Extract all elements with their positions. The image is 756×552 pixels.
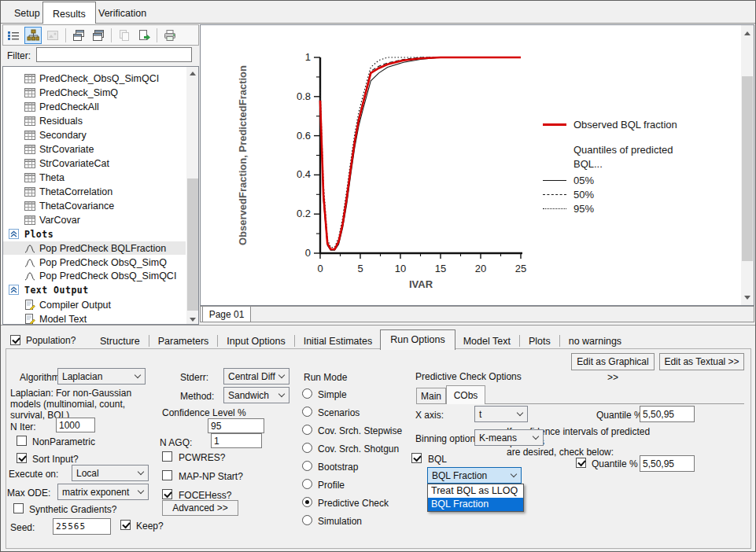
algorithm-select[interactable]: Laplacian xyxy=(57,368,146,385)
tree-item[interactable]: ThetaCorrelation xyxy=(3,185,186,198)
view-tree-button[interactable] xyxy=(24,27,42,44)
pcwres-checkbox[interactable] xyxy=(162,451,172,462)
quantile-ci-input[interactable] xyxy=(640,455,695,472)
radio-scenarios-label: Scenarios xyxy=(318,407,360,418)
radio-predictive-check[interactable] xyxy=(302,497,312,507)
stderr-label: Stderr: xyxy=(180,372,208,383)
view-list-button[interactable] xyxy=(5,27,22,44)
print-button[interactable] xyxy=(161,27,179,44)
tree-item[interactable]: Theta xyxy=(3,171,186,184)
tree-item[interactable]: Compiler Output xyxy=(3,298,186,311)
copy-button[interactable] xyxy=(116,27,133,44)
edit-as-textual-button[interactable]: Edit as Textual >> xyxy=(659,353,744,370)
radio-bootstrap[interactable] xyxy=(302,461,312,471)
tree-item[interactable]: StrCovariate xyxy=(3,142,186,156)
tab-model-text[interactable]: Model Text xyxy=(455,333,518,350)
page-tab[interactable]: Page 01 xyxy=(202,307,251,322)
tree-item[interactable]: Model Text xyxy=(3,312,186,325)
predictive-check-options-title: Predictive Check Options xyxy=(415,371,522,382)
image-view-button[interactable] xyxy=(44,27,61,44)
scroll-down-button[interactable] xyxy=(741,291,754,304)
filter-label: Filter: xyxy=(7,50,31,61)
bql-checkbox[interactable] xyxy=(411,453,422,463)
tab-initial-estimates[interactable]: Initial Estimates xyxy=(296,333,381,350)
sort-input-checkbox[interactable] xyxy=(17,453,27,463)
quantile-ci-checkbox[interactable] xyxy=(576,458,586,468)
table-icon xyxy=(24,131,35,140)
tab-plots[interactable]: Plots xyxy=(521,333,559,350)
tile-windows-button[interactable] xyxy=(90,27,107,44)
pc-tab-cobs[interactable]: CObs xyxy=(446,385,485,404)
tree-item-selected[interactable]: Pop PredCheck BQLFraction xyxy=(3,241,186,255)
tree-scrollbar[interactable] xyxy=(186,67,199,325)
document-icon xyxy=(24,300,35,310)
n-iter-input[interactable] xyxy=(56,418,95,432)
nonparametric-checkbox[interactable] xyxy=(17,436,27,446)
table-icon xyxy=(24,145,35,154)
x-axis-select[interactable]: t xyxy=(474,406,528,422)
pc-tab-main[interactable]: Main xyxy=(416,388,446,403)
radio-simulation[interactable] xyxy=(302,515,312,525)
tree-item[interactable]: Secondary xyxy=(3,128,186,142)
execute-on-select[interactable]: Local xyxy=(72,465,149,481)
keep-checkbox[interactable] xyxy=(120,520,131,530)
tree-item[interactable]: Pop PredCheck ObsQ_SimQCI xyxy=(3,269,186,282)
method-select[interactable]: Sandwich xyxy=(223,387,289,403)
toolbar-separator xyxy=(157,28,157,42)
bql-mode-select[interactable]: BQL Fraction xyxy=(427,467,522,484)
focehess-checkbox[interactable] xyxy=(162,489,172,499)
collapse-icon[interactable] xyxy=(9,285,19,295)
scroll-up-button[interactable] xyxy=(741,27,754,39)
stderr-select[interactable]: Central Diff xyxy=(223,368,289,385)
tab-run-options[interactable]: Run Options xyxy=(380,329,455,350)
binning-option-select[interactable]: K-means xyxy=(474,429,544,446)
filter-input[interactable] xyxy=(36,47,192,62)
seed-input[interactable] xyxy=(53,518,111,535)
radio-profile-label: Profile xyxy=(318,480,345,491)
radio-simple[interactable] xyxy=(302,388,312,399)
y-tick-label: 0.2 xyxy=(297,208,311,219)
population-checkbox[interactable] xyxy=(10,335,20,345)
n-agq-input[interactable] xyxy=(211,433,262,448)
radio-profile[interactable] xyxy=(302,479,312,489)
tree-item[interactable]: PredCheck_SimQ xyxy=(3,86,186,99)
tab-structure[interactable]: Structure xyxy=(92,333,148,350)
radio-cov-srch-stepwise[interactable] xyxy=(302,425,312,435)
tree-item[interactable]: VarCovar xyxy=(3,213,186,226)
tab-input-options[interactable]: Input Options xyxy=(219,333,293,350)
confidence-level-input[interactable] xyxy=(208,418,264,433)
chevron-down-icon xyxy=(135,372,141,378)
tab-no-warnings[interactable]: no warnings xyxy=(561,333,629,350)
max-ode-select[interactable]: matrix exponent xyxy=(57,484,149,500)
radio-scenarios[interactable] xyxy=(302,407,312,417)
scroll-up-button[interactable] xyxy=(186,67,199,79)
tab-verification[interactable]: Verification xyxy=(89,4,156,24)
tree-item[interactable]: StrCovariateCat xyxy=(3,156,186,170)
scrollbar-thumb[interactable] xyxy=(187,178,198,311)
collapse-icon[interactable] xyxy=(9,229,19,239)
option-treat-bql-as-lloq[interactable]: Treat BQL as LLOQ xyxy=(428,484,523,498)
tree-item[interactable]: PredCheckAll xyxy=(3,100,186,113)
chart-scrollbar[interactable] xyxy=(741,25,754,305)
synthetic-gradients-checkbox[interactable] xyxy=(13,503,24,513)
export-button[interactable] xyxy=(135,27,153,44)
tree-item[interactable]: Residuals xyxy=(3,114,186,127)
tree-item[interactable]: PredCheck_ObsQ_SimQCI xyxy=(3,72,186,85)
advanced-button[interactable]: Advanced >> xyxy=(162,500,238,516)
tree-item[interactable]: ThetaCovariance xyxy=(3,199,186,212)
tree-item[interactable]: Pop PredCheck ObsQ_SimQ xyxy=(3,256,186,269)
chevron-down-icon xyxy=(278,372,285,378)
scroll-down-button[interactable] xyxy=(186,313,199,325)
radio-cov-srch-shotgun[interactable] xyxy=(302,443,312,453)
scrollbar-thumb[interactable] xyxy=(742,76,753,261)
option-bql-fraction[interactable]: BQL Fraction xyxy=(428,498,523,511)
x-tick-label: 10 xyxy=(395,263,406,274)
map-np-start-checkbox[interactable] xyxy=(162,470,172,480)
edit-as-graphical-button[interactable]: Edit as Graphical >> xyxy=(571,353,655,370)
cascade-windows-button[interactable] xyxy=(70,27,87,44)
tab-parameters[interactable]: Parameters xyxy=(150,333,217,350)
series-95- xyxy=(320,57,521,248)
quantile-input[interactable] xyxy=(640,406,695,422)
legend-entry-q05: 05% xyxy=(543,175,594,186)
tab-results[interactable]: Results xyxy=(42,2,96,24)
